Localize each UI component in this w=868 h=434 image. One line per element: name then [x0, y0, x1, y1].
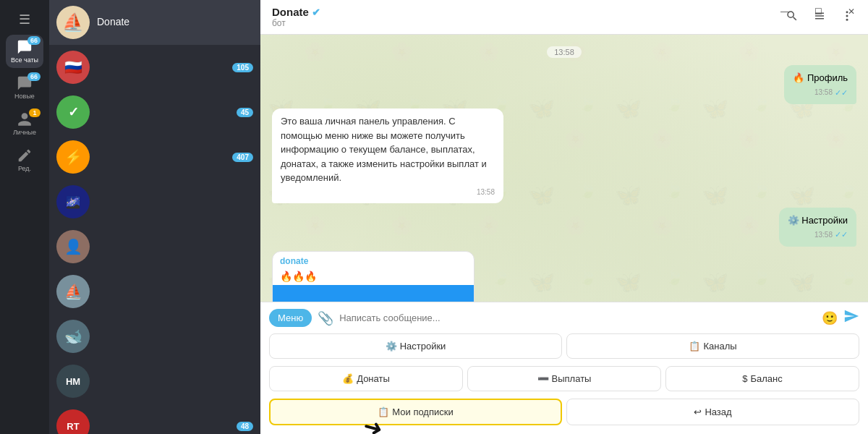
bubble-profile: 🔥 Профиль 13:58 ✓✓	[784, 65, 856, 104]
date-divider: 13:58	[547, 46, 582, 58]
close-button[interactable]: ✕	[835, 0, 868, 23]
chat-item-5[interactable]: 🌌	[49, 179, 260, 224]
bot-keyboard-wrapper: ⚙️ Настройки 📋 Каналы 💰 Донаты ➖	[269, 333, 859, 428]
kb-back-button[interactable]: ↩ Назад	[566, 399, 859, 425]
keyboard-row3: 📋 Мои подписки ↩ Назад	[269, 399, 859, 428]
chat-item-3[interactable]: ✓ 45	[49, 90, 260, 135]
sidebar-item-all-chats[interactable]: 66 Все чаты	[6, 35, 43, 68]
message-input[interactable]	[339, 312, 816, 323]
chat-badge-2: 105	[232, 63, 253, 72]
chat-list: ⛵ Donate 🇷🇺 105 ✓	[49, 0, 260, 434]
all-chats-badge: 66	[27, 36, 41, 45]
bubble-text: Это ваша личная панель управления. С пом…	[272, 109, 503, 203]
kb-balance-button[interactable]: $ Баланс	[665, 366, 859, 391]
sidebar-item-hamburger[interactable]: ☰	[6, 7, 43, 32]
chat-badge-10: 48	[237, 422, 253, 431]
msg-row-profile: 🔥 Профиль 13:58 ✓✓	[272, 65, 856, 104]
minimize-button[interactable]: —	[768, 0, 801, 23]
chat-item-4[interactable]: ⚡ 407	[49, 135, 260, 179]
game-card-image: ИГРА	[273, 285, 474, 302]
messages-area: 13:58 🔥 Профиль 13:58 ✓✓ Это ваша личная…	[260, 35, 868, 302]
chat-badge-3: 45	[237, 108, 253, 117]
all-chats-label: Все чаты	[11, 56, 38, 64]
game-card-wrapper: donate 🔥🔥🔥 ИГРА Настройки 13:58	[272, 251, 475, 302]
chat-badge-4: 407	[232, 153, 253, 162]
new-label: Новые	[14, 93, 35, 100]
game-card-header: donate	[273, 252, 474, 271]
sidebar: ☰ 66 Все чаты 66 Новые 1 Личные Ред.	[0, 0, 260, 434]
chat-meta-3: 45	[237, 108, 253, 117]
chat-header-info: Donate ✔ бот	[272, 6, 775, 28]
avatar-2: 🇷🇺	[56, 51, 90, 84]
chat-meta-2: 105	[232, 63, 253, 72]
check-marks-settings: ✓✓	[835, 229, 848, 241]
keyboard-row2: 💰 Донаты ➖ Выплаты $ Баланс	[269, 366, 859, 394]
kb-channels-button[interactable]: 📋 Каналы	[566, 333, 859, 359]
avatar-donate: ⛵	[56, 6, 90, 39]
kb-subscriptions-button[interactable]: 📋 Мои подписки	[269, 399, 562, 425]
attach-button[interactable]: 📎	[318, 310, 333, 326]
avatar-5: 🌌	[56, 185, 90, 218]
sidebar-item-personal[interactable]: 1 Личные	[6, 107, 43, 140]
profile-text: 🔥 Профиль	[793, 71, 848, 85]
chat-header-status: бот	[272, 18, 775, 28]
maximize-button[interactable]: ☐	[801, 0, 835, 23]
chat-name-donate: Donate	[97, 16, 246, 27]
donates-icon: 💰	[342, 373, 354, 384]
keyboard-row1: ⚙️ Настройки 📋 Каналы	[269, 333, 859, 362]
chat-item-9[interactable]: HM	[49, 359, 260, 404]
chat-item-10[interactable]: RT 48	[49, 404, 260, 434]
chat-meta-10: 48	[237, 422, 253, 431]
personal-badge: 1	[29, 109, 41, 117]
msg-row-text: Это ваша личная панель управления. С пом…	[272, 109, 856, 203]
new-badge: 66	[27, 72, 41, 81]
menu-button[interactable]: Меню	[269, 309, 312, 327]
chat-info-donate: Donate	[97, 16, 246, 29]
check-marks-profile: ✓✓	[835, 87, 848, 99]
channels-icon: 📋	[689, 341, 700, 352]
payouts-icon: ➖	[537, 373, 549, 384]
edit-label: Ред.	[18, 165, 31, 172]
kb-donates-button[interactable]: 💰 Донаты	[269, 366, 463, 391]
icon-rail: ☰ 66 Все чаты 66 Новые 1 Личные Ред.	[0, 0, 49, 434]
avatar-6: 👤	[56, 230, 90, 263]
msg-time-settings: 13:58 ✓✓	[788, 229, 848, 241]
input-area: Меню 📎 🙂 ⚙️ Настройки 📋	[260, 302, 868, 434]
chat-item-8[interactable]: 🐋	[49, 314, 260, 359]
avatar-9: HM	[56, 365, 90, 398]
kb-payouts-button[interactable]: ➖ Выплаты	[467, 366, 661, 391]
balance-icon: $	[742, 373, 747, 384]
back-icon: ↩	[694, 407, 702, 417]
chat-item-donate[interactable]: ⛵ Donate	[49, 0, 260, 45]
sidebar-item-new[interactable]: 66 Новые	[6, 71, 43, 104]
chat-main: Donate ✔ бот 13:58	[260, 0, 868, 434]
msg-row-gamecard: donate 🔥🔥🔥 ИГРА Настройки 13:58 ↩	[272, 251, 856, 302]
chat-header-name: Donate ✔	[272, 6, 775, 18]
personal-label: Личные	[13, 129, 36, 136]
window-controls: — ☐ ✕	[768, 0, 868, 23]
chat-meta-4: 407	[232, 153, 253, 162]
avatar-4: ⚡	[56, 140, 90, 174]
avatar-7: ⛵	[56, 275, 90, 308]
bubble-settings: ⚙️ Настройки 13:58 ✓✓	[779, 208, 856, 247]
game-card: donate 🔥🔥🔥 ИГРА Настройки	[272, 251, 475, 302]
avatar-10: RT	[56, 409, 90, 434]
kb-settings-button[interactable]: ⚙️ Настройки	[269, 333, 562, 359]
game-card-stars: 🔥🔥🔥	[273, 271, 474, 285]
verified-icon: ✔	[312, 7, 320, 18]
chat-item-2[interactable]: 🇷🇺 105	[49, 45, 260, 90]
subscriptions-icon: 📋	[378, 407, 389, 417]
incoming-text: Это ваша личная панель управления. С пом…	[281, 114, 495, 185]
sidebar-item-edit[interactable]: Ред.	[6, 143, 43, 176]
settings-icon: ⚙️	[386, 341, 397, 352]
chat-item-6[interactable]: 👤	[49, 224, 260, 269]
input-row: Меню 📎 🙂	[269, 308, 859, 328]
avatar-3: ✓	[56, 95, 90, 129]
avatar-8: 🐋	[56, 320, 90, 353]
msg-row-settings: ⚙️ Настройки 13:58 ✓✓	[272, 208, 856, 247]
msg-time-text: 13:58	[281, 187, 495, 197]
emoji-button[interactable]: 🙂	[822, 310, 838, 326]
send-button[interactable]	[843, 308, 859, 328]
msg-time-profile: 13:58 ✓✓	[793, 87, 848, 99]
chat-item-7[interactable]: ⛵	[49, 269, 260, 314]
